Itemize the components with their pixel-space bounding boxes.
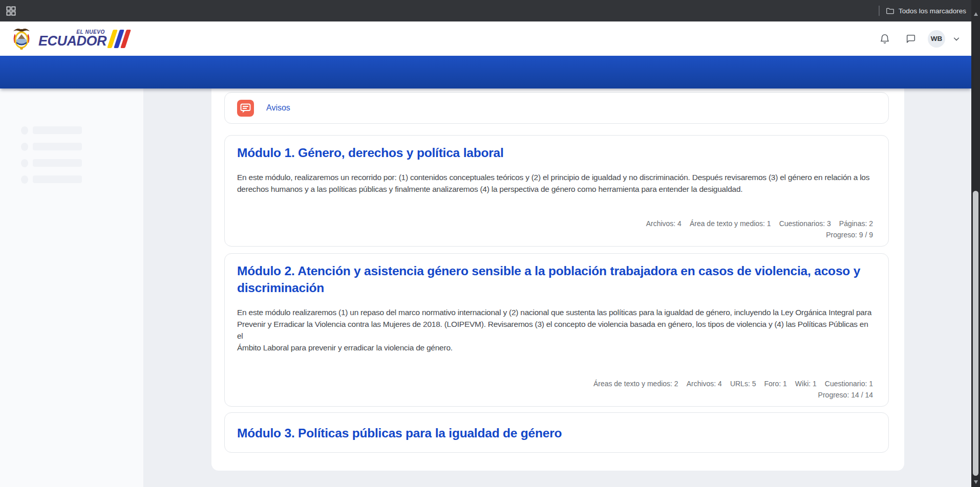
apps-grid-icon[interactable] — [5, 5, 17, 17]
module-2-description: En este módulo realizaremos (1) un repas… — [237, 306, 873, 353]
activity-count: Páginas: 2 — [839, 219, 873, 228]
announcement-forum-icon — [237, 100, 254, 117]
module-2-activity-counts: Áreas de texto y medios: 2Archivos: 4URL… — [237, 380, 873, 388]
module-1-description: En este módulo, realizaremos un recorrid… — [237, 171, 873, 195]
module-1-progress: Progreso: 9 / 9 — [237, 231, 873, 239]
bookmarks-bar: Todos los marcadores — [0, 0, 971, 21]
app-header: EL NUEVO ECUADOR WB — [0, 21, 971, 56]
skeleton-row — [0, 126, 143, 134]
scrollbar-thumb[interactable] — [973, 191, 978, 476]
messages-chat-icon[interactable] — [902, 30, 920, 48]
module-2-footer: Áreas de texto y medios: 2Archivos: 4URL… — [237, 380, 873, 399]
announcements-card: Avisos — [224, 92, 889, 124]
module-1-title[interactable]: Módulo 1. Género, derechos y política la… — [237, 145, 873, 162]
announcements-link[interactable]: Avisos — [237, 100, 290, 117]
skeleton-dot — [21, 143, 28, 151]
module-2-progress: Progreso: 14 / 14 — [237, 391, 873, 399]
site-logo[interactable]: EL NUEVO ECUADOR — [11, 27, 128, 51]
skeleton-row — [0, 143, 143, 150]
skeleton-dot — [21, 175, 28, 184]
scrollbar-up-arrow[interactable] — [974, 12, 978, 16]
activity-count: Cuestionarios: 3 — [779, 219, 831, 228]
ecuador-coat-of-arms-icon — [11, 27, 32, 51]
module-1-footer: Archivos: 4Área de texto y medios: 1Cues… — [237, 219, 873, 239]
activity-count: Archivos: 4 — [687, 380, 722, 388]
activity-count: Áreas de texto y medios: 2 — [593, 380, 678, 388]
all-bookmarks-label: Todos los marcadores — [899, 7, 966, 15]
module-3-title[interactable]: Módulo 3. Políticas públicas para la igu… — [237, 425, 873, 442]
skeleton-bar — [33, 126, 82, 134]
announcements-label: Avisos — [266, 103, 290, 113]
module-1-section-card: Módulo 1. Género, derechos y política la… — [224, 135, 889, 247]
skeleton-row — [0, 159, 143, 167]
activity-count: Archivos: 4 — [646, 219, 681, 228]
module-1-activity-counts: Archivos: 4Área de texto y medios: 1Cues… — [237, 219, 873, 228]
module-3-section-card: Módulo 3. Políticas públicas para la igu… — [224, 412, 889, 453]
activity-count: Wiki: 1 — [795, 380, 817, 388]
skeleton-bar — [33, 175, 82, 183]
activity-count: URLs: 5 — [730, 380, 756, 388]
activity-count: Foro: 1 — [764, 380, 786, 388]
module-2-title[interactable]: Módulo 2. Atención y asistencia género s… — [237, 263, 873, 297]
course-index-drawer — [0, 88, 144, 487]
skeleton-dot — [21, 159, 28, 167]
primary-nav-bar — [0, 56, 971, 88]
flag-stripes-icon — [110, 30, 128, 48]
activity-count: Área de texto y medios: 1 — [690, 219, 771, 228]
skeleton-bar — [33, 159, 82, 167]
skeleton-bar — [33, 143, 82, 150]
user-avatar[interactable]: WB — [928, 30, 945, 48]
notifications-bell-icon[interactable] — [876, 30, 894, 48]
page-background: Avisos Módulo 1. Género, derechos y polí… — [0, 88, 971, 487]
module-2-section-card: Módulo 2. Atención y asistencia género s… — [224, 253, 889, 407]
skeleton-row — [0, 175, 143, 183]
bookmarks-divider — [879, 6, 880, 16]
all-bookmarks-button[interactable]: Todos los marcadores — [886, 7, 966, 15]
browser-scrollbar-track[interactable] — [971, 0, 980, 487]
user-menu-chevron-down-icon[interactable] — [953, 35, 960, 42]
logo-title: ECUADOR — [38, 34, 106, 48]
el-nuevo-ecuador-wordmark: EL NUEVO ECUADOR — [38, 29, 128, 48]
skeleton-dot — [21, 126, 28, 135]
course-content-container: Avisos Módulo 1. Género, derechos y polí… — [211, 88, 904, 471]
header-actions: WB — [876, 30, 960, 48]
folder-icon — [886, 7, 894, 15]
scrollbar-down-arrow[interactable] — [974, 480, 978, 484]
activity-count: Cuestionario: 1 — [825, 380, 873, 388]
